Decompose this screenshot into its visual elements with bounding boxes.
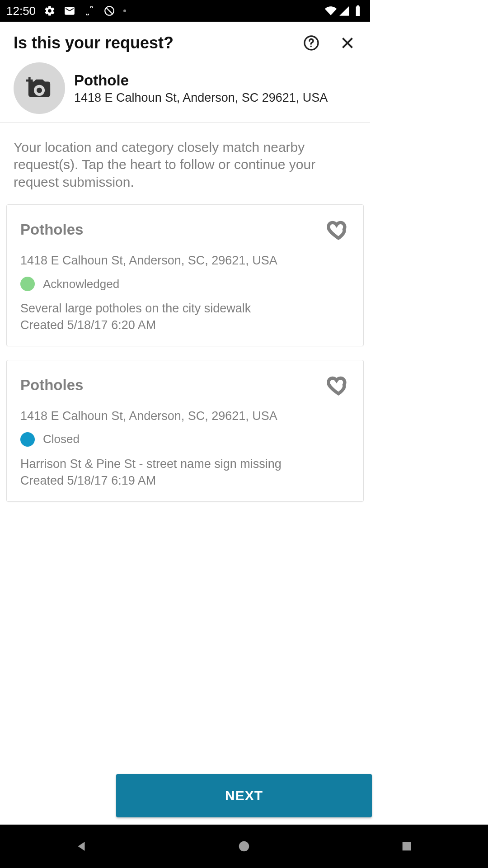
help-icon — [303, 35, 319, 51]
card-title: Potholes — [20, 377, 83, 394]
gear-icon — [44, 5, 56, 17]
card-status-row: Closed — [20, 432, 350, 447]
wifi-icon — [325, 5, 337, 17]
card-status-label: Closed — [43, 432, 80, 446]
card-status-label: Acknowledged — [43, 277, 119, 291]
card-description: Harrison St & Pine St - street name sign… — [20, 456, 350, 473]
close-icon — [339, 35, 356, 51]
svg-point-2 — [310, 46, 312, 47]
close-button[interactable] — [338, 34, 357, 52]
request-card[interactable]: Potholes 1418 E Calhoun St, Anderson, SC… — [6, 204, 364, 346]
request-address: 1418 E Calhoun St, Anderson, SC 29621, U… — [74, 91, 328, 105]
request-summary: Pothole 1418 E Calhoun St, Anderson, SC … — [0, 59, 370, 123]
no-location-icon — [103, 5, 115, 17]
status-right-group — [325, 5, 364, 17]
page-header: Is this your request? — [0, 22, 370, 59]
status-dot-acknowledged — [20, 277, 35, 291]
mail-icon — [64, 5, 75, 17]
camera-plus-icon — [26, 75, 52, 101]
card-address: 1418 E Calhoun St, Anderson, SC, 29621, … — [20, 254, 350, 268]
page-title: Is this your request? — [14, 33, 284, 52]
heart-icon[interactable] — [327, 218, 350, 241]
instruction-text: Your location and category closely match… — [0, 123, 370, 204]
cell-signal-icon — [338, 5, 350, 17]
card-title: Potholes — [20, 221, 83, 238]
card-status-row: Acknowledged — [20, 277, 350, 291]
request-card[interactable]: Potholes 1418 E Calhoun St, Anderson, SC… — [6, 360, 364, 502]
request-category: Pothole — [74, 72, 328, 89]
similar-requests-list: Potholes 1418 E Calhoun St, Anderson, SC… — [0, 204, 370, 502]
request-text-block: Pothole 1418 E Calhoun St, Anderson, SC … — [74, 72, 328, 105]
add-photo-button[interactable] — [14, 62, 65, 114]
status-dot-closed — [20, 432, 35, 447]
status-time: 12:50 — [6, 4, 36, 18]
battery-icon — [352, 5, 364, 17]
android-status-bar: 12:50 — [0, 0, 370, 22]
card-description: Several large potholes on the city sidew… — [20, 300, 350, 317]
card-created: Created 5/18/17 6:19 AM — [20, 474, 350, 488]
status-overflow-dot — [123, 9, 126, 12]
help-button[interactable] — [302, 34, 320, 52]
sync-icon — [84, 5, 95, 17]
heart-icon[interactable] — [327, 374, 350, 396]
card-address: 1418 E Calhoun St, Anderson, SC, 29621, … — [20, 409, 350, 423]
card-created: Created 5/18/17 6:20 AM — [20, 318, 350, 332]
status-left-group: 12:50 — [6, 4, 126, 18]
